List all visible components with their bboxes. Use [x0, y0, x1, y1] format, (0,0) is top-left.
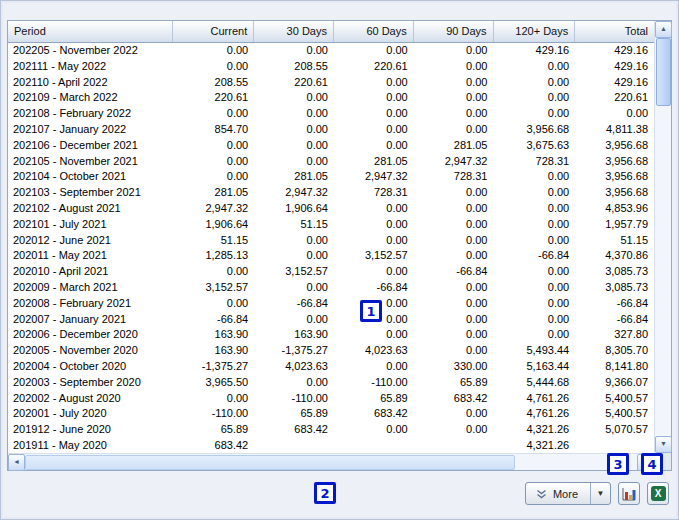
amount-cell: -1,375.27	[173, 359, 254, 375]
table-row[interactable]: 202101 - July 20211,906.6451.150.000.000…	[8, 217, 654, 233]
amount-cell: 4,321.26	[494, 422, 576, 438]
table-row[interactable]: 202105 - November 20210.000.00281.052,94…	[8, 154, 654, 170]
column-header[interactable]: 120+ Days	[494, 21, 576, 42]
column-header[interactable]: 90 Days	[414, 21, 494, 42]
period-cell: 202005 - November 2020	[8, 343, 173, 359]
amount-cell: 0.00	[494, 296, 576, 312]
table-row[interactable]: 202111 - May 20220.00208.55220.610.000.0…	[8, 59, 654, 75]
amount-cell: 0.00	[334, 106, 414, 122]
amount-cell: 3,956.68	[494, 122, 576, 138]
table-row[interactable]: 202011 - May 20211,285.130.003,152.570.0…	[8, 248, 654, 264]
table-row[interactable]: 202001 - July 2020-110.0065.89683.420.00…	[8, 406, 654, 422]
amount-cell: 0.00	[494, 169, 576, 185]
amount-cell: 0.00	[334, 138, 414, 154]
amount-cell: 4,811.38	[575, 122, 654, 138]
table-row[interactable]: 202110 - April 2022208.55220.610.000.000…	[8, 75, 654, 91]
period-cell: 202008 - February 2021	[8, 296, 173, 312]
period-cell: 201911 - May 2020	[8, 438, 173, 453]
period-cell: 202205 - November 2022	[8, 43, 173, 59]
more-button[interactable]: More	[526, 483, 591, 504]
table-row[interactable]: 202004 - October 2020-1,375.274,023.630.…	[8, 359, 654, 375]
amount-cell: 0.00	[173, 106, 254, 122]
amount-cell: 65.89	[414, 375, 494, 391]
amount-cell: 5,163.44	[494, 359, 576, 375]
vertical-scrollbar-thumb[interactable]	[656, 38, 671, 106]
amount-cell: 0.00	[494, 280, 576, 296]
amount-cell: 0.00	[254, 312, 334, 328]
amount-cell: 1,285.13	[173, 248, 254, 264]
table-row[interactable]: 202002 - August 20200.00-110.0065.89683.…	[8, 391, 654, 407]
table-row[interactable]: 201912 - June 202065.89683.420.000.004,3…	[8, 422, 654, 438]
table-row[interactable]: 202108 - February 20220.000.000.000.000.…	[8, 106, 654, 122]
amount-cell	[414, 438, 494, 453]
amount-cell: 728.31	[334, 185, 414, 201]
amount-cell: 220.61	[334, 59, 414, 75]
period-cell: 202003 - September 2020	[8, 375, 173, 391]
horizontal-scrollbar[interactable]: ◄ ►	[8, 453, 654, 470]
amount-cell: 5,070.57	[575, 422, 654, 438]
amount-cell: 0.00	[173, 391, 254, 407]
table-row[interactable]: 202006 - December 2020163.90163.900.000.…	[8, 327, 654, 343]
period-cell: 202006 - December 2020	[8, 327, 173, 343]
amount-cell: 208.55	[254, 59, 334, 75]
column-header[interactable]: 30 Days	[254, 21, 334, 42]
amount-cell: 0.00	[334, 217, 414, 233]
scroll-up-icon[interactable]: ▲	[655, 21, 672, 38]
table-row[interactable]: 202012 - June 202151.150.000.000.000.005…	[8, 233, 654, 249]
excel-icon: X	[651, 486, 666, 501]
vertical-scrollbar[interactable]: ▲ ▼	[654, 21, 671, 453]
table-row[interactable]: 202106 - December 20210.000.000.00281.05…	[8, 138, 654, 154]
chart-button[interactable]	[618, 482, 640, 505]
bar-chart-icon	[622, 487, 636, 501]
amount-cell: 65.89	[173, 422, 254, 438]
amount-cell: 0.00	[173, 59, 254, 75]
amount-cell: 0.00	[334, 359, 414, 375]
amount-cell: -110.00	[334, 375, 414, 391]
amount-cell: 4,761.26	[494, 391, 576, 407]
amount-cell: 65.89	[254, 406, 334, 422]
amount-cell: 0.00	[414, 75, 494, 91]
amount-cell: 4,321.26	[494, 438, 576, 453]
amount-cell: 4,023.63	[254, 359, 334, 375]
amount-cell: 683.42	[414, 391, 494, 407]
amount-cell: 0.00	[334, 327, 414, 343]
amount-cell: 0.00	[254, 233, 334, 249]
table-row[interactable]: 202005 - November 2020163.90-1,375.274,0…	[8, 343, 654, 359]
amount-cell: 683.42	[173, 438, 254, 453]
amount-cell: 0.00	[334, 264, 414, 280]
table-row[interactable]: 202009 - March 20213,152.570.00-66.840.0…	[8, 280, 654, 296]
scroll-down-icon[interactable]: ▼	[655, 436, 672, 453]
table-row[interactable]: 202003 - September 20203,965.500.00-110.…	[8, 375, 654, 391]
table-row[interactable]: 202102 - August 20212,947.321,906.640.00…	[8, 201, 654, 217]
table-row[interactable]: 202107 - January 2022854.700.000.000.003…	[8, 122, 654, 138]
table-row[interactable]: 202010 - April 20210.003,152.570.00-66.8…	[8, 264, 654, 280]
table-row[interactable]: 201911 - May 2020683.424,321.26	[8, 438, 654, 453]
more-dropdown-button[interactable]: ▼	[591, 483, 610, 504]
table-row[interactable]: 202008 - February 20210.00-66.840.000.00…	[8, 296, 654, 312]
horizontal-scrollbar-thumb[interactable]	[25, 455, 515, 470]
amount-cell: 4,761.26	[494, 406, 576, 422]
column-header[interactable]: 60 Days	[334, 21, 414, 42]
export-excel-button[interactable]: X	[647, 482, 669, 505]
amount-cell: 0.00	[173, 138, 254, 154]
column-header[interactable]: Period	[8, 21, 173, 42]
amount-cell: 0.00	[334, 43, 414, 59]
table-row[interactable]: 202007 - January 2021-66.840.000.000.000…	[8, 312, 654, 328]
amount-cell: -66.84	[414, 264, 494, 280]
table-row[interactable]: 202104 - October 20210.00281.052,947.327…	[8, 169, 654, 185]
amount-cell: 0.00	[494, 90, 576, 106]
scroll-left-icon[interactable]: ◄	[8, 454, 25, 471]
table-row[interactable]: 202205 - November 20220.000.000.000.0042…	[8, 43, 654, 59]
amount-cell: 429.16	[575, 59, 654, 75]
column-header[interactable]: Current	[173, 21, 254, 42]
amount-cell: 281.05	[173, 185, 254, 201]
amount-cell: 0.00	[414, 296, 494, 312]
amount-cell: 0.00	[173, 43, 254, 59]
amount-cell: 8,141.80	[575, 359, 654, 375]
table-row[interactable]: 202103 - September 2021281.052,947.32728…	[8, 185, 654, 201]
amount-cell: -66.84	[334, 280, 414, 296]
table-row[interactable]: 202109 - March 2022220.610.000.000.000.0…	[8, 90, 654, 106]
column-header[interactable]: Total	[575, 21, 654, 42]
aging-table: PeriodCurrent30 Days60 Days90 Days120+ D…	[7, 20, 672, 471]
amount-cell: 0.00	[334, 75, 414, 91]
